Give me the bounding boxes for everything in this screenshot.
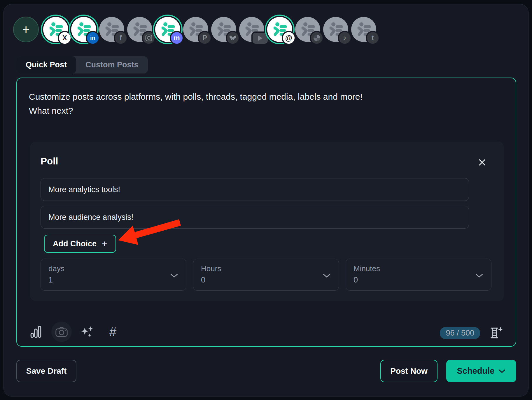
poll-tool-button[interactable]: [26, 322, 46, 342]
poll-duration-row: days 1 Hours 0 Minutes: [41, 259, 491, 291]
account-avatar-threads[interactable]: @: [267, 17, 292, 42]
duration-value: 0: [201, 276, 331, 285]
poll-duration-days-select[interactable]: days 1: [41, 259, 186, 291]
poll-duration-hours-select[interactable]: Hours 0: [193, 259, 339, 291]
camera-icon: [55, 326, 68, 337]
sparkles-icon: [80, 325, 94, 338]
post-mode-tabs: Quick Post Custom Posts: [16, 56, 148, 73]
hashtag-icon: #: [109, 325, 116, 338]
bar-chart-icon: [30, 325, 42, 338]
duration-value: 0: [354, 276, 484, 285]
account-avatar-facebook[interactable]: f: [99, 17, 124, 42]
ai-assist-button[interactable]: [77, 322, 97, 342]
chevron-down-icon: [498, 369, 505, 373]
account-avatar-google-business[interactable]: [295, 17, 320, 42]
tab-quick-post[interactable]: Quick Post: [16, 56, 76, 73]
post-now-button[interactable]: Post Now: [380, 360, 438, 382]
app-container: + X in f: [4, 4, 528, 397]
schedule-label: Schedule: [457, 366, 495, 376]
mastodon-icon: m: [171, 32, 183, 44]
poll-card: Poll Add Choice + days 1: [30, 142, 504, 301]
post-composer-page: + X in f: [0, 0, 532, 400]
account-avatar-tiktok[interactable]: ♪: [323, 17, 348, 42]
account-avatar-youtube[interactable]: [239, 17, 264, 42]
close-poll-button[interactable]: [477, 157, 487, 167]
plus-icon: +: [102, 238, 107, 249]
account-avatar-pinterest[interactable]: P: [183, 17, 208, 42]
post-text-line-1: Customize posts across platforms, with p…: [29, 90, 363, 104]
hashtag-tool-button[interactable]: #: [103, 322, 123, 342]
media-tool-button[interactable]: [51, 322, 72, 342]
char-count-badge: 96 / 500: [440, 327, 480, 339]
x-icon: X: [59, 32, 71, 44]
chevron-down-icon: [475, 273, 483, 278]
account-avatar-bluesky[interactable]: [211, 17, 236, 42]
tumblr-icon: t: [367, 32, 379, 44]
poll-choice-input-1[interactable]: [41, 178, 469, 201]
duration-label: Minutes: [354, 264, 484, 273]
plus-icon: +: [22, 23, 30, 36]
chevron-down-icon: [323, 273, 330, 278]
facebook-icon: f: [115, 32, 127, 44]
composer-toolbar: #: [26, 322, 123, 342]
duration-label: days: [48, 264, 178, 273]
chevron-down-icon: [170, 273, 178, 278]
post-text-line-2: What next?: [29, 104, 363, 118]
tab-custom-posts[interactable]: Custom Posts: [76, 56, 148, 73]
pinwheel-icon: [311, 32, 323, 44]
save-draft-button[interactable]: Save Draft: [16, 360, 76, 382]
bluesky-butterfly-icon: [227, 32, 239, 44]
account-avatar-instagram[interactable]: [127, 17, 152, 42]
poll-choice-input-2[interactable]: [41, 206, 469, 229]
post-text[interactable]: Customize posts across platforms, with p…: [29, 90, 363, 118]
account-avatar-mastodon[interactable]: m: [155, 17, 180, 42]
composer-status: 96 / 500: [440, 326, 503, 340]
add-choice-label: Add Choice: [53, 239, 97, 248]
account-avatar-linkedin[interactable]: in: [71, 17, 96, 42]
linkedin-icon: in: [87, 32, 99, 44]
instagram-icon: [143, 32, 155, 44]
threads-icon: @: [283, 32, 295, 44]
close-icon: [477, 157, 487, 167]
accounts-row: + X in f: [13, 17, 376, 42]
account-avatar-x[interactable]: X: [43, 17, 68, 42]
thread-spool-plus-icon: [488, 326, 503, 340]
schedule-button[interactable]: Schedule: [446, 360, 516, 382]
youtube-icon: [253, 33, 268, 44]
poll-title: Poll: [41, 156, 58, 167]
add-account-button[interactable]: +: [13, 17, 39, 42]
duration-label: Hours: [201, 264, 331, 273]
duration-value: 1: [48, 276, 178, 285]
account-avatar-tumblr[interactable]: t: [351, 17, 376, 42]
pinterest-icon: P: [199, 32, 211, 44]
tiktok-icon: ♪: [339, 32, 351, 44]
add-choice-button[interactable]: Add Choice +: [44, 235, 116, 253]
add-thread-button[interactable]: [488, 326, 503, 340]
composer-area[interactable]: Customize posts across platforms, with p…: [16, 78, 516, 347]
poll-duration-minutes-select[interactable]: Minutes 0: [346, 259, 491, 291]
